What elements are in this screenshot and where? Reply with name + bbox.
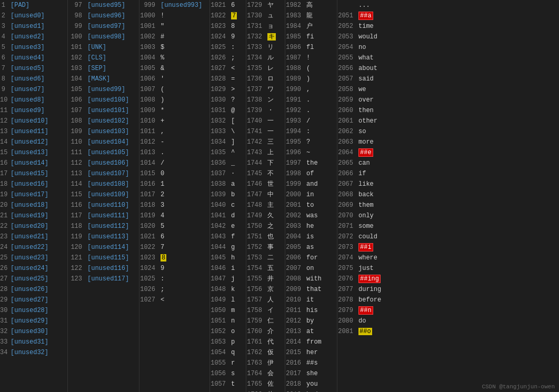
list-item: ヤ — [266, 0, 285, 11]
line-number: 2016 — [285, 358, 303, 368]
line-number: 1045 — [210, 253, 228, 263]
list-item: [unused0] — [9, 11, 67, 21]
list-item: ; — [230, 53, 246, 63]
line-number: 1014 — [139, 158, 157, 168]
line-number: 2057 — [337, 74, 355, 84]
list-item: [unused3] — [9, 42, 67, 53]
line-number: 28 — [0, 284, 7, 295]
line-number: 1038 — [210, 179, 228, 189]
line-number: 2080 — [337, 316, 355, 326]
list-item: k — [230, 284, 246, 295]
line-number: 1989 — [285, 74, 303, 84]
list-item: 户 — [305, 21, 337, 32]
line-number: 1011 — [139, 126, 157, 137]
line-number: 1759 — [246, 316, 264, 326]
list-item: [SEP] — [86, 63, 139, 74]
line-number: 1732 — [246, 32, 264, 42]
col2-ids: 9798991001011021031041051061071081091101… — [68, 0, 86, 392]
list-item: 9 — [159, 263, 209, 274]
list-item: n — [230, 316, 246, 326]
col2-tokens: [unused95][unused96][unused97][unused98]… — [86, 0, 139, 392]
line-number: 1022 — [139, 242, 157, 253]
list-item: b — [230, 189, 246, 200]
line-number: 1993 — [285, 116, 303, 126]
list-item: [MASK] — [86, 74, 139, 84]
list-item: [unused16] — [9, 179, 67, 189]
list-item: 不 — [266, 168, 285, 179]
col1-linenum: 1234567891011121314151617181920212223242… — [0, 0, 9, 392]
line-number: 1755 — [246, 274, 264, 284]
list-item: 三 — [266, 137, 285, 147]
line-number: 2009 — [285, 284, 303, 295]
line-number: 2002 — [285, 210, 303, 221]
list-item: ? — [230, 95, 246, 105]
line-number: 1994 — [285, 126, 303, 137]
line-number: 1006 — [139, 74, 157, 84]
list-item: キ — [266, 32, 285, 42]
line-number: 1025 — [139, 274, 157, 284]
list-item: p — [230, 337, 246, 347]
list-item: [unused2] — [9, 32, 67, 42]
list-item: [unused28] — [9, 305, 67, 316]
col5-tokens: ヤュョキリルレロワン・一一三上下不世中主久之也事二五井京人イ仁介代仮伊会佐侍 — [266, 0, 285, 392]
line-number: 1042 — [210, 221, 228, 232]
list-item: [unused112] — [86, 221, 139, 232]
line-number: 1024 — [210, 32, 228, 42]
list-item: ・ — [266, 105, 285, 116]
list-item: [unused19] — [9, 210, 67, 221]
line-number: 1028 — [210, 74, 228, 84]
list-item: in — [305, 189, 337, 200]
line-number: 1002 — [139, 32, 157, 42]
list-item: we — [357, 84, 394, 95]
watermark: CSDN @tangjunjun-owen — [482, 384, 555, 390]
line-number: 2065 — [337, 158, 355, 168]
line-number: 2015 — [285, 347, 303, 358]
line-number: 2066 — [337, 168, 355, 179]
list-item: so — [357, 126, 394, 137]
line-number: 1020 — [139, 221, 157, 232]
list-item: on — [305, 263, 337, 274]
line-number: 24 — [0, 242, 7, 253]
list-item: ( — [159, 84, 209, 95]
line-number: 101 — [68, 42, 84, 53]
line-number: 1991 — [285, 95, 303, 105]
list-item: < — [230, 63, 246, 74]
list-item: " — [159, 21, 209, 32]
line-number: 2051 — [337, 11, 355, 21]
line-number: 1983 — [285, 11, 303, 21]
line-number: 2059 — [337, 95, 355, 105]
line-number: 1003 — [139, 42, 157, 53]
list-item: ン — [266, 95, 285, 105]
list-item: [unused102] — [86, 116, 139, 126]
line-number: 1023 — [210, 21, 228, 32]
line-number: 1001 — [139, 21, 157, 32]
line-number: 2067 — [337, 179, 355, 189]
line-number: 21 — [0, 210, 7, 221]
list-item: [unused107] — [86, 168, 139, 179]
list-item: before — [357, 295, 394, 305]
line-number: 2081 — [337, 326, 355, 337]
list-item: · — [230, 168, 246, 179]
list-item: [unused18] — [9, 200, 67, 210]
list-item: f — [230, 232, 246, 242]
line-number: 1046 — [210, 263, 228, 274]
list-item: # — [159, 32, 209, 42]
list-item: 京 — [266, 284, 285, 295]
list-item: by — [305, 316, 337, 326]
list-item: > — [230, 84, 246, 95]
line-number: 1754 — [246, 263, 264, 274]
line-number: 2078 — [337, 295, 355, 305]
list-item: & — [159, 63, 209, 74]
list-item: 9 — [230, 32, 246, 42]
list-item: ' — [159, 74, 209, 84]
list-item: [unused30] — [9, 326, 67, 337]
line-number: 1031 — [210, 105, 228, 116]
line-number: 1746 — [246, 179, 264, 189]
list-item: ##o — [357, 326, 394, 337]
line-number: 14 — [0, 137, 7, 147]
line-number: 2060 — [337, 105, 355, 116]
line-number: 1733 — [246, 42, 264, 53]
line-number: 1000 — [139, 11, 157, 21]
list-item: ル — [266, 53, 285, 63]
list-item: < — [159, 295, 209, 305]
